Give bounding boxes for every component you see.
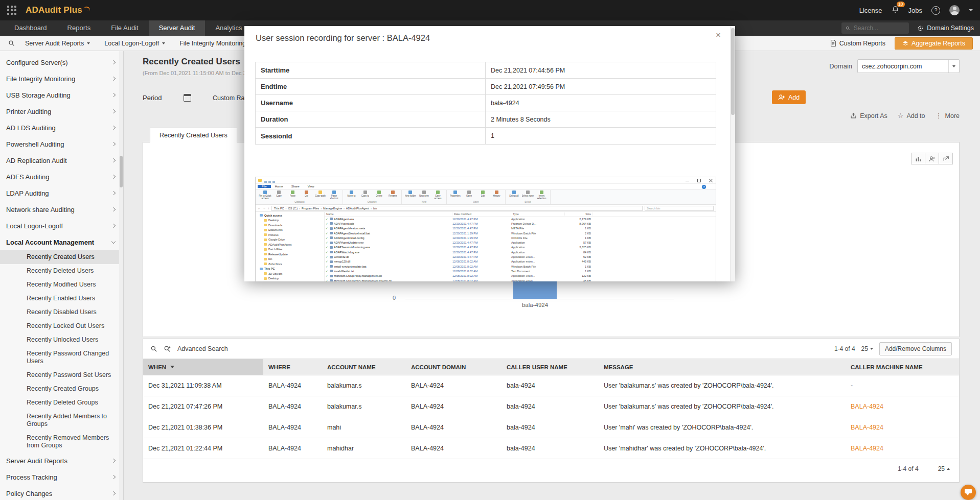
license-link[interactable]: License bbox=[859, 7, 882, 14]
user-menu-caret-icon[interactable] bbox=[969, 9, 973, 11]
sidebar-subitem[interactable]: Recently Password Changed Users bbox=[0, 347, 123, 368]
sidebar-subitem[interactable]: Recently Modified Users bbox=[0, 278, 123, 292]
more-action[interactable]: More bbox=[936, 112, 960, 120]
column-header-caller-machine-name[interactable]: CALLER MACHINE NAME bbox=[846, 364, 958, 370]
sidebar-item[interactable]: Policy Changes bbox=[0, 485, 123, 500]
calendar-icon[interactable] bbox=[184, 94, 191, 102]
explorer-nav-item: ADAuditPlusAgent bbox=[256, 242, 324, 247]
column-header-account-domain[interactable]: ACCOUNT DOMAIN bbox=[406, 364, 502, 370]
sidebar-scrollbar[interactable] bbox=[119, 51, 123, 500]
chart-type-button[interactable] bbox=[911, 153, 925, 164]
sidebar-subitem[interactable]: Recently Password Set Users bbox=[0, 368, 123, 382]
jobs-link[interactable]: Jobs bbox=[908, 7, 922, 14]
sidebar-subitem[interactable]: Recently Removed Members from Groups bbox=[0, 431, 123, 453]
modal-scrollbar-thumb[interactable] bbox=[731, 28, 735, 115]
sidebar-subitem[interactable]: Recently Added Members to Groups bbox=[0, 410, 123, 431]
adaudit-plus-logo[interactable]: ADAudit Plus bbox=[26, 5, 90, 15]
ribbon-button: Delete bbox=[373, 191, 385, 197]
notifications-button[interactable]: 10 bbox=[892, 6, 899, 15]
sidebar-item[interactable]: AD LDS Auditing bbox=[0, 120, 123, 136]
ribbon-button-label: Pin to Quick access bbox=[259, 195, 271, 200]
sidebar-item[interactable]: Printer Auditing bbox=[0, 103, 123, 120]
folder-icon bbox=[260, 268, 263, 270]
sidebar-subitem[interactable]: Recently Disabled Users bbox=[0, 305, 123, 319]
sidebar-subitem[interactable]: Recently Deleted Groups bbox=[0, 396, 123, 410]
sidebar-item-local-account-management[interactable]: Local Account Management bbox=[0, 234, 123, 250]
sidebar-subitem[interactable]: Recently Created Groups bbox=[0, 382, 123, 396]
cell-account-name: mahidhar bbox=[322, 445, 406, 452]
page-size-dropdown[interactable]: 25 bbox=[861, 345, 873, 352]
report-search-icon[interactable] bbox=[8, 40, 15, 46]
add-remove-columns-button[interactable]: Add/Remove Columns bbox=[879, 342, 952, 355]
cell-caller-machine-name[interactable]: BALA-4924 bbox=[846, 424, 958, 431]
table-row[interactable]: Dec 21,2021 01:22:44 PM BALA-4924 mahidh… bbox=[143, 438, 959, 459]
domain-settings-button[interactable]: Domain Settings bbox=[917, 25, 974, 32]
sidebar-item[interactable]: File Integrity Monitoring bbox=[0, 70, 123, 87]
add-button[interactable]: Add bbox=[772, 90, 806, 104]
file-row: ADAPAgent.exe 12/20/2021 4:47 PM Applica… bbox=[325, 217, 716, 221]
app-launcher-icon[interactable] bbox=[7, 6, 16, 15]
cell-caller-machine-name[interactable]: BALA-4924 bbox=[846, 403, 958, 410]
sidebar-item[interactable]: Process Tracking bbox=[0, 469, 123, 485]
chart-users-button[interactable] bbox=[925, 153, 939, 164]
sidebar-item[interactable]: LDAP Auditing bbox=[0, 185, 123, 201]
subnav-menu[interactable]: Server Audit Reports bbox=[18, 40, 97, 47]
sidebar-item[interactable]: Powershell Auditing bbox=[0, 136, 123, 152]
ribbon-button: New folder bbox=[404, 191, 417, 197]
cell-caller-machine-name[interactable]: BALA-4924 bbox=[846, 445, 958, 452]
domain-select[interactable]: csez.zohocorpin.com bbox=[857, 59, 960, 73]
global-search-box[interactable] bbox=[841, 22, 909, 34]
table-row[interactable]: Dec 31,2021 11:09:38 AM BALA-4924 balaku… bbox=[143, 375, 959, 396]
aggregate-reports-button[interactable]: Aggregate Reports bbox=[895, 37, 973, 50]
column-header-caller-user-name[interactable]: CALLER USER NAME bbox=[502, 364, 599, 370]
sidebar-item[interactable]: Configured Server(s) bbox=[0, 54, 123, 70]
search-input[interactable] bbox=[854, 25, 905, 32]
nav-tab[interactable]: Server Audit bbox=[149, 20, 206, 36]
sidebar-subitem[interactable]: Recently Locked Out Users bbox=[0, 319, 123, 333]
session-recording-player[interactable]: File Home Share View Pin to Quick access… bbox=[255, 177, 716, 281]
sidebar-item[interactable]: ADFS Auditing bbox=[0, 169, 123, 185]
close-icon[interactable] bbox=[716, 30, 721, 40]
report-tab-recently-created-users[interactable]: Recently Created Users bbox=[150, 128, 237, 142]
ribbon-button-label: New item bbox=[419, 195, 429, 197]
export-as-action[interactable]: Export As bbox=[850, 112, 887, 120]
chart-export-button[interactable] bbox=[939, 153, 953, 164]
sidebar-item[interactable]: Local Logon-Logoff bbox=[0, 218, 123, 234]
column-header-message[interactable]: MESSAGE bbox=[599, 364, 846, 370]
advanced-search-icon[interactable] bbox=[164, 345, 171, 352]
file-list-header: Name Date modified Type Size bbox=[325, 212, 716, 217]
sidebar-subitem[interactable]: Recently Created Users bbox=[0, 250, 123, 264]
sidebar-subitem[interactable]: Recently Enabled Users bbox=[0, 292, 123, 305]
modal-scrollbar[interactable] bbox=[730, 26, 735, 281]
cell-caller-machine-name[interactable]: - bbox=[846, 382, 958, 389]
chat-support-button[interactable] bbox=[961, 485, 976, 500]
subnav-menu[interactable]: Local Logon-Logoff bbox=[97, 40, 172, 47]
more-vertical-icon bbox=[936, 112, 942, 120]
sidebar-subitem[interactable]: Recently Deleted Users bbox=[0, 264, 123, 278]
help-icon[interactable]: ? bbox=[931, 6, 940, 15]
sidebar-subitem[interactable]: Recently Unlocked Users bbox=[0, 333, 123, 347]
cell-where: BALA-4924 bbox=[263, 403, 322, 410]
column-header-account-name[interactable]: ACCOUNT NAME bbox=[322, 364, 406, 370]
sidebar-item[interactable]: Server Audit Reports bbox=[0, 453, 123, 469]
advanced-search-label[interactable]: Advanced Search bbox=[177, 345, 228, 352]
nav-tab[interactable]: Dashboard bbox=[4, 20, 57, 36]
table-search-icon[interactable] bbox=[150, 345, 157, 352]
column-header-when[interactable]: WHEN bbox=[143, 359, 263, 375]
sidebar-scrollbar-thumb[interactable] bbox=[120, 156, 123, 187]
sidebar-item[interactable]: Network share Auditing bbox=[0, 201, 123, 218]
explorer-ribbon: Pin to Quick accessCopyPasteCutCopy path… bbox=[256, 189, 716, 205]
table-row[interactable]: Dec 21,2021 01:38:36 PM BALA-4924 mahi B… bbox=[143, 417, 959, 438]
nav-tab[interactable]: Reports bbox=[57, 20, 101, 36]
user-avatar[interactable] bbox=[949, 5, 960, 15]
sidebar-item[interactable]: AD Replication Audit bbox=[0, 152, 123, 169]
ribbon-button-icon bbox=[277, 191, 281, 194]
nav-tab[interactable]: File Audit bbox=[101, 20, 148, 36]
ribbon-button-icon bbox=[377, 191, 381, 194]
add-to-action[interactable]: Add to bbox=[898, 112, 925, 120]
footer-page-size-dropdown[interactable]: 25 bbox=[938, 465, 950, 472]
sidebar-item[interactable]: USB Storage Auditing bbox=[0, 87, 123, 103]
table-row[interactable]: Dec 21,2021 07:47:26 PM BALA-4924 balaku… bbox=[143, 396, 959, 417]
custom-reports-button[interactable]: Custom Reports bbox=[824, 38, 892, 49]
column-header-where[interactable]: WHERE bbox=[263, 364, 322, 370]
